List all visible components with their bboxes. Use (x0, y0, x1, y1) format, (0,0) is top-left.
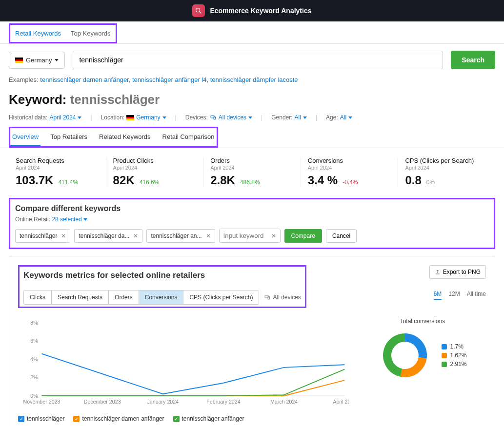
country-select[interactable]: Germany (9, 52, 65, 69)
range-tab[interactable]: 6M (434, 290, 442, 300)
filter-devices[interactable]: Devices: All devices (185, 114, 252, 121)
sub-tab-comparison[interactable]: Retail Comparison (161, 128, 217, 146)
keyword-chip[interactable]: tennisschläger an...✕ (146, 229, 215, 243)
donut-legend: 1.7%1.62%2.91% (442, 341, 466, 369)
compare-retail-selector[interactable]: 28 selected (52, 216, 87, 223)
range-tab[interactable]: 12M (448, 290, 460, 300)
app-header: Ecommerce Keyword Analytics (0, 0, 504, 21)
sub-tab-retailers[interactable]: Top Retailers (48, 128, 89, 146)
svg-text:January 2024: January 2024 (147, 399, 179, 405)
svg-text:0%: 0% (30, 393, 38, 399)
metric-card: Product Clicks April 2024 82K416.6% (106, 157, 204, 187)
examples-label: Examples: (9, 76, 39, 83)
metric-tab[interactable]: CPS (Clicks per Search) (183, 290, 259, 304)
top-tabs-group: Retail Keywords Top Keywords (9, 23, 117, 43)
svg-point-0 (196, 8, 200, 12)
remove-chip-icon[interactable]: ✕ (61, 232, 66, 239)
metric-tab[interactable]: Clicks (24, 290, 52, 304)
checkbox-icon: ✓ (73, 416, 80, 422)
svg-text:February 2024: February 2024 (206, 399, 240, 405)
filter-location[interactable]: Location: Germany (101, 114, 166, 121)
donut-legend-item: 1.7% (442, 343, 466, 350)
legend-color-swatch (442, 344, 447, 349)
metric-card: Orders April 2024 2.8K486.8% (203, 157, 301, 187)
devices-icon (264, 294, 271, 300)
app-title: Ecommerce Keyword Analytics (210, 7, 311, 15)
sub-tab-related[interactable]: Related Keywords (97, 128, 153, 146)
filter-historical[interactable]: Historical data: April 2024 (9, 114, 81, 121)
metric-tab[interactable]: Conversions (139, 290, 184, 304)
tab-top-keywords[interactable]: Top Keywords (66, 25, 116, 42)
export-icon (435, 269, 441, 275)
chevron-down-icon (83, 218, 87, 221)
filter-age[interactable]: Age: All (326, 114, 352, 121)
chevron-down-icon (348, 116, 352, 119)
metric-card: Search Requests April 2024 103.7K411.4% (9, 157, 106, 187)
chevron-down-icon (248, 116, 252, 119)
line-legend: ✓tennisschläger✓tennisschläger damen anf… (18, 415, 486, 422)
metric-tab[interactable]: Orders (109, 290, 139, 304)
chevron-down-icon (303, 116, 307, 119)
chart-panel: Keywords metrics for selected online ret… (9, 256, 495, 426)
donut-legend-item: 2.91% (442, 361, 466, 368)
flag-icon (15, 58, 23, 63)
svg-text:November 2023: November 2023 (23, 399, 60, 405)
devices-icon (210, 115, 217, 120)
range-tab[interactable]: All time (467, 290, 486, 300)
donut-legend-item: 1.62% (442, 352, 466, 359)
metric-tab[interactable]: Search Requests (52, 290, 109, 304)
compare-section: Compare different keywords Online Retail… (9, 198, 495, 249)
page-title: Keyword: tennisschläger (0, 90, 504, 112)
line-legend-item[interactable]: ✓tennisschläger damen anfänger (73, 415, 164, 422)
range-tabs: 6M12MAll time (434, 290, 486, 300)
examples-links[interactable]: tennisschläger damen anfänger, tennissch… (40, 76, 298, 83)
svg-text:8%: 8% (30, 320, 38, 326)
sub-tabs-group: Overview Top Retailers Related Keywords … (9, 127, 218, 148)
donut-title: Total conversions (359, 318, 486, 325)
line-chart: 0%2%4%6%8%November 2023December 2023Janu… (18, 318, 349, 410)
sub-tab-overview[interactable]: Overview (10, 128, 40, 146)
chevron-down-icon (78, 116, 81, 119)
checkbox-icon: ✓ (173, 416, 180, 422)
country-label: Germany (26, 57, 52, 64)
keyword-input[interactable] (223, 232, 267, 239)
line-legend-item[interactable]: ✓tennisschläger anfänger (173, 415, 244, 422)
svg-text:6%: 6% (30, 338, 38, 344)
keyword-search-input[interactable] (73, 51, 443, 69)
chevron-down-icon (162, 116, 166, 119)
chevron-down-icon (55, 59, 59, 61)
metric-card: CPS (Clicks per Search) April 2024 0.80% (398, 157, 495, 187)
svg-text:2%: 2% (30, 374, 38, 380)
metrics-row: Search Requests April 2024 103.7K411.4%P… (0, 148, 504, 196)
search-button[interactable]: Search (451, 51, 495, 69)
compare-title: Compare different keywords (15, 204, 489, 213)
keyword-input-chip[interactable]: ✕ (219, 229, 281, 243)
svg-text:March 2024: March 2024 (270, 399, 298, 405)
cancel-button[interactable]: Cancel (326, 229, 357, 243)
clear-input-icon[interactable]: ✕ (271, 232, 276, 239)
flag-icon (126, 115, 134, 120)
tab-retail-keywords[interactable]: Retail Keywords (10, 25, 66, 42)
filter-gender[interactable]: Gender: All (271, 114, 307, 121)
chart-devices-filter[interactable]: All devices (264, 294, 301, 301)
donut-chart (378, 329, 432, 382)
remove-chip-icon[interactable]: ✕ (206, 232, 211, 239)
keyword-chip[interactable]: tennisschläger✕ (15, 229, 70, 243)
compare-button[interactable]: Compare (284, 229, 322, 243)
metric-tabs: ClicksSearch RequestsOrdersConversionsCP… (23, 290, 259, 305)
svg-text:4%: 4% (30, 356, 38, 362)
chart-title: Keywords metrics for selected online ret… (23, 271, 301, 280)
examples-row: Examples: tennisschläger damen anfänger,… (0, 76, 504, 90)
line-legend-item[interactable]: ✓tennisschläger (18, 415, 64, 422)
metric-card: Conversions April 2024 3.4 %-0.4% (301, 157, 399, 187)
svg-line-1 (200, 12, 201, 13)
app-icon (192, 4, 205, 17)
remove-chip-icon[interactable]: ✕ (133, 232, 138, 239)
keyword-chip[interactable]: tennisschläger da...✕ (74, 229, 142, 243)
svg-text:April 2024: April 2024 (333, 399, 349, 405)
legend-color-swatch (442, 353, 447, 358)
checkbox-icon: ✓ (18, 416, 24, 422)
legend-color-swatch (442, 362, 447, 367)
export-png-button[interactable]: Export to PNG (429, 265, 486, 279)
svg-text:December 2023: December 2023 (84, 399, 121, 405)
